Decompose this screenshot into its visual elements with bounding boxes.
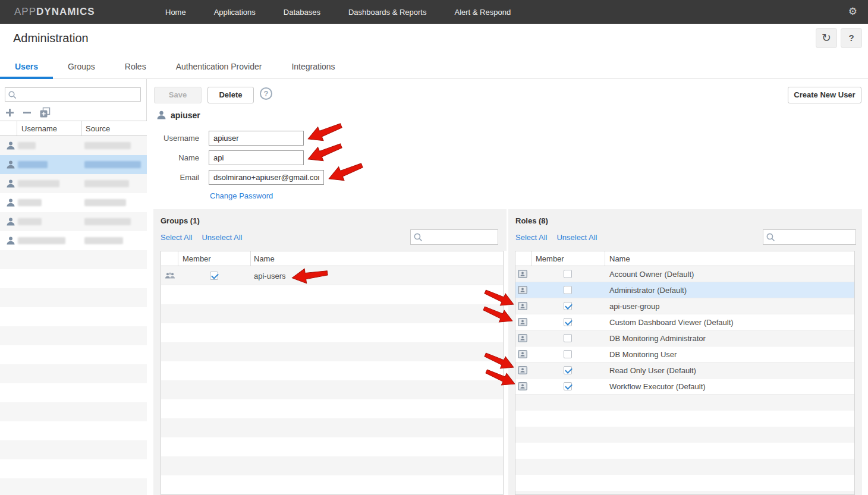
empty-row <box>161 342 503 361</box>
empty-row <box>161 456 503 475</box>
empty-row <box>0 478 147 495</box>
annotation-arrow-name <box>304 138 345 166</box>
empty-row <box>0 364 147 383</box>
sidebar-user-rows <box>0 136 147 495</box>
role-row[interactable]: DB Monitoring Administrator <box>515 330 854 346</box>
name-field[interactable] <box>209 150 304 165</box>
user-icon <box>156 110 166 120</box>
nav-item-alert-respond[interactable]: Alert & Respond <box>454 8 511 17</box>
add-user-icon[interactable] <box>5 108 15 118</box>
save-button[interactable]: Save <box>154 87 202 103</box>
column-source: Source <box>86 124 110 133</box>
duplicate-user-icon[interactable] <box>39 107 51 118</box>
redacted-source <box>84 237 123 244</box>
empty-row <box>0 269 147 288</box>
groups-select-all-link[interactable]: Select All <box>161 233 192 242</box>
empty-row <box>0 250 147 269</box>
empty-row <box>161 399 503 418</box>
user-row[interactable] <box>0 155 147 174</box>
role-row[interactable]: DB Monitoring User <box>515 346 854 362</box>
selected-user-name: apiuser <box>171 111 200 120</box>
refresh-icon: ↻ <box>822 31 831 44</box>
empty-row <box>515 427 854 443</box>
roles-table-header: Member Name <box>515 251 854 266</box>
role-member-checkbox[interactable] <box>564 366 572 374</box>
user-icon <box>6 198 15 207</box>
redacted-source <box>84 199 126 206</box>
groups-scrollbar-track[interactable] <box>504 251 507 495</box>
roles-search-input[interactable] <box>779 231 844 244</box>
role-row[interactable]: Custom Dashboard Viewer (Default) <box>515 314 854 330</box>
groups-panel-links: Select All Unselect All <box>161 233 242 242</box>
role-member-checkbox[interactable] <box>564 270 572 278</box>
user-row[interactable] <box>0 136 147 155</box>
role-row[interactable]: Account Owner (Default) <box>515 266 854 282</box>
group-name: api-users <box>254 272 285 280</box>
groups-table-header: Member Name <box>161 251 503 266</box>
role-member-checkbox[interactable] <box>564 286 572 294</box>
nav-item-databases[interactable]: Databases <box>284 8 320 17</box>
user-icon <box>6 236 15 245</box>
groups-column-member: Member <box>183 254 211 263</box>
role-row[interactable]: api-user-group <box>515 298 854 314</box>
tab-authentication-provider[interactable]: Authentication Provider <box>161 55 277 78</box>
toolbar-help-icon[interactable]: ? <box>260 87 272 100</box>
refresh-button[interactable]: ↻ <box>816 28 837 48</box>
create-new-user-button[interactable]: Create New User <box>788 87 861 103</box>
appdynamics-logo: APPDYNAMICS <box>14 6 95 18</box>
role-badge-icon <box>518 366 527 374</box>
settings-gear-icon[interactable]: ⚙ <box>848 5 857 18</box>
role-name: Account Owner (Default) <box>609 270 694 279</box>
redacted-source <box>84 218 131 225</box>
group-row[interactable]: api-users <box>161 266 503 285</box>
empty-row <box>0 288 147 307</box>
administration-page: APPDYNAMICS Home Applications Databases … <box>0 0 868 495</box>
empty-row <box>161 285 503 304</box>
user-row[interactable] <box>0 174 147 193</box>
user-row[interactable] <box>0 193 147 212</box>
roles-unselect-all-link[interactable]: Unselect All <box>556 233 597 242</box>
role-member-checkbox[interactable] <box>564 350 572 358</box>
role-member-checkbox[interactable] <box>564 318 572 326</box>
role-member-checkbox[interactable] <box>564 302 572 310</box>
user-row[interactable] <box>0 231 147 250</box>
empty-row <box>0 459 147 478</box>
help-button[interactable]: ? <box>841 28 862 48</box>
nav-item-applications[interactable]: Applications <box>214 8 256 17</box>
change-password-link[interactable]: Change Password <box>210 191 273 200</box>
column-username: Username <box>21 124 57 133</box>
delete-button[interactable]: Delete <box>207 87 254 103</box>
redacted-source <box>84 180 129 187</box>
group-icon <box>165 272 175 280</box>
groups-rows: api-users <box>161 266 503 494</box>
user-icon <box>6 141 15 150</box>
role-member-checkbox[interactable] <box>564 334 572 342</box>
email-field[interactable] <box>209 170 324 185</box>
groups-search-input[interactable] <box>426 231 492 244</box>
roles-select-all-link[interactable]: Select All <box>515 233 547 242</box>
tab-integrations[interactable]: Integrations <box>276 55 350 78</box>
role-member-checkbox[interactable] <box>564 382 572 390</box>
redacted-username <box>18 237 65 244</box>
role-row[interactable]: Read Only User (Default) <box>515 362 854 379</box>
username-field[interactable] <box>209 131 304 146</box>
tab-roles[interactable]: Roles <box>110 55 161 78</box>
groups-unselect-all-link[interactable]: Unselect All <box>202 233 242 242</box>
groups-table: Member Name api-users <box>161 251 504 495</box>
tab-users[interactable]: Users <box>0 55 53 78</box>
group-member-checkbox[interactable] <box>210 272 218 280</box>
user-row[interactable] <box>0 212 147 231</box>
users-sidebar: Username Source <box>0 79 147 495</box>
role-row[interactable]: Workflow Executor (Default) <box>515 379 854 395</box>
tab-groups[interactable]: Groups <box>53 55 110 78</box>
user-search-box <box>5 87 141 102</box>
role-row[interactable]: Administrator (Default) <box>515 282 854 298</box>
remove-user-icon[interactable] <box>22 108 32 118</box>
empty-row <box>0 345 147 364</box>
role-name: Custom Dashboard Viewer (Default) <box>609 318 734 327</box>
nav-item-home[interactable]: Home <box>165 8 186 17</box>
user-search-input[interactable] <box>20 88 139 101</box>
role-name: Administrator (Default) <box>609 286 687 295</box>
nav-item-dashboards-reports[interactable]: Dashboards & Reports <box>348 8 427 17</box>
search-icon <box>8 90 17 102</box>
